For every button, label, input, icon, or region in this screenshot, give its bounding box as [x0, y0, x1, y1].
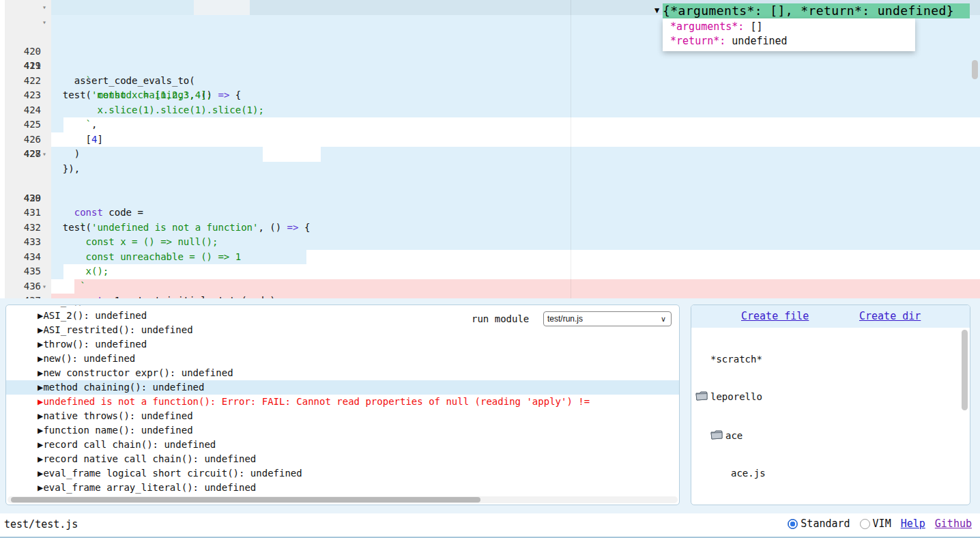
line-number[interactable]: 434 [5, 250, 41, 265]
code-line[interactable]: 432 const x = () => null(); [0, 191, 980, 206]
tooltip-value: [] [744, 20, 762, 33]
test-result-item[interactable]: ▶record native call chain(): undefined [6, 452, 679, 466]
standard-label: Standard [801, 518, 850, 530]
test-results-panel: ▶ASI_1(): undefined ▶ASI_2(): undefined … [5, 305, 680, 505]
code-string: ` [51, 279, 86, 294]
code-editor[interactable]: 419 ▾ test('method chaining', () => { 42… [0, 0, 980, 298]
code-string: 'undefined is not a function' [91, 222, 258, 233]
file-tree-item[interactable]: ace.js [691, 466, 970, 481]
keybinding-vim-option[interactable]: VIM [860, 518, 891, 530]
line-number[interactable]: 426 [5, 132, 41, 147]
code-arrow: => [218, 89, 229, 100]
code-string: x.slice(1).slice(1).slice(1); [51, 103, 264, 118]
file-tree-folder[interactable]: leporello [691, 388, 970, 406]
tooltip-row[interactable]: *return*: undefined [664, 34, 915, 48]
status-bar: test/test.js Standard VIM Help Github [0, 513, 980, 537]
file-browser-panel: Create file Create dir *scratch* leporel… [691, 305, 970, 505]
file-label: ext-searchbox.js [731, 502, 823, 505]
file-tree: *scratch* leporello ace ace.js ext-searc… [691, 330, 970, 505]
code-line[interactable]: 427 }), [0, 117, 980, 132]
code-text: ) [51, 147, 80, 162]
folder-icon [695, 391, 708, 401]
test-result-item[interactable]: ▶eval_frame logical short circuit(): und… [6, 466, 679, 481]
code-arrow: => [287, 222, 299, 233]
line-number[interactable]: 425 [5, 117, 41, 132]
tooltip-header[interactable]: {*arguments*: [], *return*: undefined} [663, 3, 970, 18]
line-number[interactable]: 432 [5, 221, 41, 236]
code-line[interactable]: 423 x.slice(1).slice(1).slice(1); [0, 59, 980, 74]
code-line[interactable]: 430 const code = [0, 162, 980, 177]
tooltip-row[interactable]: *arguments*: [] [664, 20, 915, 34]
line-number[interactable]: 421 [5, 59, 41, 74]
line-number[interactable]: 431 [5, 206, 41, 221]
code-string: ` [51, 119, 91, 130]
file-tree-item[interactable]: ext-searchbox.js [691, 502, 970, 505]
code-line[interactable]: 431 ` [0, 176, 980, 191]
line-number[interactable]: 430 [5, 191, 41, 206]
help-link[interactable]: Help [901, 518, 925, 530]
test-result-item[interactable]: ▶new constructor expr(): undefined [6, 366, 679, 380]
test-result-item-failed[interactable]: ▶undefined is not a function(): Error: F… [6, 395, 679, 409]
line-number[interactable]: 422 [5, 74, 41, 89]
fold-arrow-icon[interactable]: ▾ [42, 15, 46, 30]
line-number[interactable]: 420 [5, 44, 41, 59]
code-line[interactable]: 437 // TODO fix error messages [0, 264, 980, 279]
radio-unselected-icon[interactable] [860, 519, 870, 529]
line-number[interactable]: 428 [5, 147, 41, 162]
test-result-item[interactable]: ▶eval_frame array_literal(): undefined [6, 481, 679, 495]
results-horizontal-scrollbar[interactable] [8, 496, 678, 503]
run-module-select[interactable]: test/run.js ∨ [543, 311, 672, 326]
files-vertical-scrollbar[interactable] [962, 330, 968, 410]
code-text: [ [51, 134, 91, 145]
fold-arrow-icon[interactable]: ▾ [42, 147, 46, 162]
line-number[interactable]: 436 [5, 279, 41, 294]
code-text: { [298, 222, 310, 233]
code-string: x(); [51, 264, 109, 279]
value-inspector-popup[interactable]: ▼ {*arguments*: [], *return*: undefined}… [663, 3, 970, 51]
code-string: const x = () => null(); [51, 235, 218, 250]
code-keyword: const [51, 207, 103, 218]
fold-arrow-icon[interactable]: ▾ [42, 0, 46, 15]
scrollbar-thumb[interactable] [11, 497, 480, 502]
test-result-item[interactable]: ▶throw(): undefined [6, 337, 679, 352]
tooltip-key: *arguments*: [664, 20, 744, 33]
file-tree-folder[interactable]: ace [691, 427, 970, 444]
test-result-item-selected[interactable]: ▶method chaining(): undefined [6, 380, 679, 395]
code-text: ] [97, 134, 102, 145]
code-line[interactable]: 428 [0, 132, 980, 147]
line-number[interactable]: 423 [5, 88, 41, 103]
code-text: , [91, 119, 97, 130]
radio-selected-icon[interactable] [788, 519, 798, 529]
file-label: *scratch* [710, 352, 762, 367]
test-result-item[interactable]: ▶function name(): undefined [6, 423, 679, 438]
code-line[interactable]: 433 const unreachable = () => 1 [0, 206, 980, 221]
create-dir-link[interactable]: Create dir [859, 310, 921, 322]
test-result-item[interactable]: ▶new(): undefined [6, 352, 679, 366]
code-line[interactable]: 438 ▾ assert_equal( [0, 279, 980, 294]
run-module-selected-value: test/run.js [547, 314, 583, 324]
file-browser-header: Create file Create dir [691, 305, 970, 328]
test-result-item[interactable]: ▶native throws(): undefined [6, 409, 679, 423]
expand-triangle-icon[interactable]: ▼ [654, 5, 659, 15]
code-string: ` [51, 221, 86, 236]
fold-arrow-icon[interactable]: ▾ [42, 279, 46, 294]
vim-label: VIM [873, 518, 891, 530]
github-link[interactable]: Github [935, 518, 972, 530]
file-tree-item[interactable]: *scratch* [691, 352, 970, 367]
keybinding-standard-option[interactable]: Standard [788, 518, 850, 530]
folder-label: leporello [710, 388, 762, 406]
folder-label: ace [725, 427, 743, 444]
folder-icon [710, 430, 723, 440]
test-result-item[interactable]: ▶record call chain(): undefined [6, 438, 679, 452]
line-number[interactable]: 433 [5, 235, 41, 250]
code-string: const x = [1,2,3,4]; [51, 88, 212, 103]
line-number[interactable]: 435 [5, 264, 41, 279]
code-line[interactable]: 429 ▾ test('undefined is not a function'… [0, 147, 980, 162]
line-number[interactable]: 437 [5, 294, 41, 298]
chevron-down-icon: ∨ [661, 312, 666, 326]
code-text: s1 = test_initial_state(code) [103, 295, 276, 298]
line-number[interactable]: 424 [5, 103, 41, 118]
code-string: const unreachable = () => 1 [51, 250, 241, 265]
create-file-link[interactable]: Create file [741, 310, 809, 322]
editor-vertical-scrollbar[interactable] [972, 60, 978, 79]
